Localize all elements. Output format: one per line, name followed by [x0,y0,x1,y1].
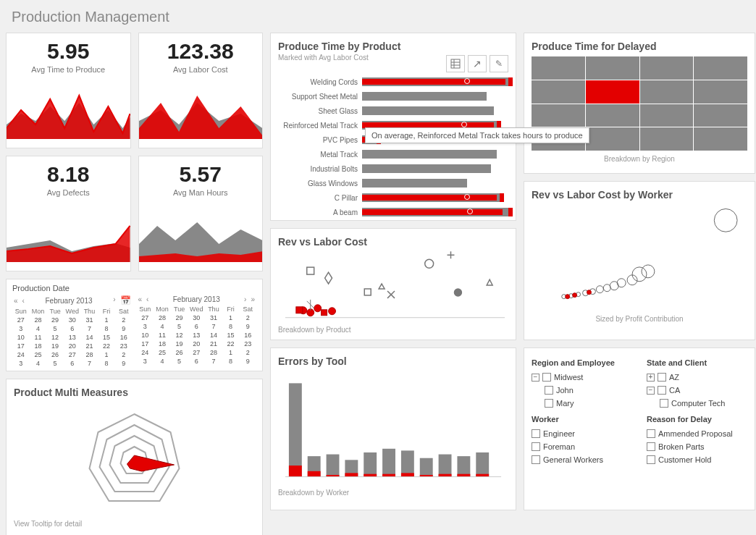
calendar-day[interactable]: 26 [171,348,188,357]
calendar-day[interactable]: 9 [115,324,133,333]
filter-row[interactable]: Ammended Proposal [647,429,747,438]
calendar-day[interactable]: 18 [154,340,171,348]
production-date-filter[interactable]: Production Date «‹ February 2013 ›📅 SunM… [6,279,263,371]
bar-row[interactable]: Welding Cords [278,75,508,89]
calendar-day[interactable]: 15 [222,331,240,340]
calendar-day[interactable]: 7 [81,324,98,333]
calendar-day[interactable]: 18 [30,342,47,350]
calendar-day[interactable]: 28 [30,316,47,324]
calendar-day[interactable]: 9 [239,322,256,331]
calendar-day[interactable]: 6 [64,324,81,333]
calendar-day[interactable]: 5 [46,359,64,368]
calendar-day[interactable]: 19 [46,342,64,350]
filter-row[interactable]: +AZ [647,373,747,382]
calendar-day[interactable]: 29 [171,313,188,322]
kpi-card-avg-labor[interactable]: 123.38 Avg Labor Cost [138,33,264,148]
calendar-day[interactable]: 24 [12,350,30,359]
checkbox[interactable] [647,455,655,464]
calendar-day[interactable]: 2 [115,316,133,324]
data-grid-button[interactable] [446,55,465,72]
calendar-day[interactable]: 29 [46,316,64,324]
calendar-day[interactable]: 13 [64,333,81,342]
calendar-day[interactable]: 7 [205,357,222,366]
calendar-day[interactable]: 12 [46,333,64,342]
filter-row[interactable]: Computer Tech [660,399,747,408]
filter-row[interactable]: John [545,386,632,395]
calendar-day[interactable]: 31 [205,313,222,322]
calendar-day[interactable]: 2 [115,350,133,359]
rev-vs-labor-card[interactable]: Rev vs Labor Cost Breakdown by Pro [270,228,516,340]
calendar-day[interactable]: 27 [64,350,81,359]
checkbox[interactable] [542,373,551,382]
bar-row[interactable]: Metal Track [278,147,508,161]
calendar-day[interactable]: 6 [188,322,205,331]
kpi-card-avg-defects[interactable]: 8.18 Avg Defects [6,156,131,271]
collapse-icon[interactable]: − [647,387,655,395]
bar-row[interactable]: C Pillar [278,190,508,205]
filter-row[interactable]: Engineer [532,429,632,438]
calendar-day[interactable]: 10 [137,331,154,340]
rev-vs-labor-worker-card[interactable]: Rev vs Labor Cost by Worker Sized by Pro… [524,181,755,340]
calendar-day[interactable]: 4 [154,322,171,331]
calendar-day[interactable]: 26 [46,350,64,359]
kpi-card-avg-manhours[interactable]: 5.57 Avg Man Hours [138,156,264,271]
produce-time-delayed-card[interactable]: Produce Time for Delayed Breakdown by Re… [524,33,755,174]
calendar-day[interactable]: 15 [98,333,115,342]
calendar-day[interactable]: 8 [222,357,240,366]
expand-icon[interactable]: + [647,374,655,382]
calendar-day[interactable]: 31 [81,316,98,324]
calendar-day[interactable]: 30 [188,313,205,322]
calendar-icon[interactable]: 📅 [119,295,133,306]
calendar-day[interactable]: 19 [171,340,188,348]
expand-button[interactable]: ↗ [468,55,487,72]
edit-button[interactable]: ✎ [490,55,508,72]
filter-row[interactable]: −CA [647,386,747,395]
calendar-day[interactable]: 24 [137,348,154,357]
product-multi-measures-card[interactable]: Product Multi Measures View Tooltip for … [6,379,263,535]
calendar-day[interactable]: 7 [81,359,98,368]
calendar-day[interactable]: 3 [12,324,30,333]
calendar-day[interactable]: 21 [205,340,222,348]
calendar-day[interactable]: 27 [12,316,30,324]
calendar-day[interactable]: 14 [81,333,98,342]
checkbox[interactable] [545,386,553,395]
calendar-day[interactable]: 28 [205,348,222,357]
cal-last-icon[interactable]: » [249,295,256,303]
calendar-day[interactable]: 17 [12,342,30,350]
calendar-day[interactable]: 8 [98,324,115,333]
calendar-day[interactable]: 14 [205,331,222,340]
calendar-day[interactable]: 5 [171,322,188,331]
filter-row[interactable]: Broken Parts [647,442,747,451]
bar-row[interactable]: A beam [278,205,508,219]
calendar-day[interactable]: 4 [30,324,47,333]
calendar-day[interactable]: 13 [188,331,205,340]
collapse-icon[interactable]: − [532,374,539,382]
cal-prev-icon[interactable]: ‹ [145,295,150,303]
calendar-day[interactable]: 7 [205,322,222,331]
calendar-day[interactable]: 11 [30,333,47,342]
calendar-day[interactable]: 6 [188,357,205,366]
filter-row[interactable]: −Midwest [532,373,632,382]
calendar-day[interactable]: 4 [30,359,47,368]
checkbox[interactable] [658,386,666,395]
calendar-day[interactable]: 3 [137,357,154,366]
checkbox[interactable] [532,455,540,464]
produce-time-product-card[interactable]: Produce Time by Product Marked with Avg … [270,33,516,221]
cal-next-icon[interactable]: › [243,295,248,303]
calendar-day[interactable]: 23 [115,342,133,350]
calendar-day[interactable]: 20 [64,342,81,350]
checkbox[interactable] [647,429,655,438]
calendar-day[interactable]: 9 [115,359,133,368]
checkbox[interactable] [532,442,540,451]
checkbox[interactable] [532,429,540,438]
calendar-day[interactable]: 22 [222,340,240,348]
calendar-day[interactable]: 16 [115,333,133,342]
calendar-day[interactable]: 10 [12,333,30,342]
calendar-day[interactable]: 25 [30,350,47,359]
errors-by-tool-card[interactable]: Errors by Tool Breakdown by Worker [270,347,516,510]
calendar-day[interactable]: 17 [137,340,154,348]
filter-row[interactable]: Customer Hold [647,455,747,464]
checkbox[interactable] [545,399,553,408]
calendar-day[interactable]: 2 [239,313,256,322]
filter-row[interactable]: Foreman [532,442,632,451]
